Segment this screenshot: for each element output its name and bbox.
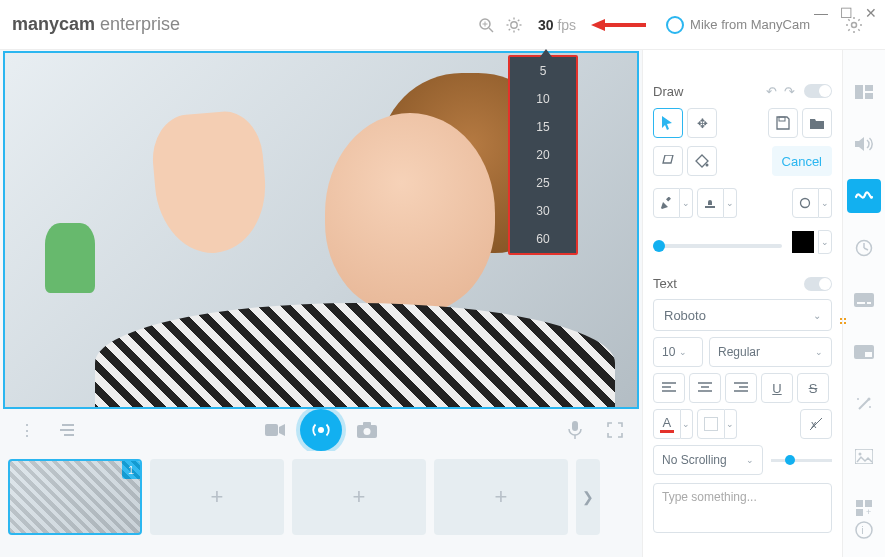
align-left-icon[interactable] — [653, 373, 685, 403]
font-size-select[interactable]: 10⌄ — [653, 337, 703, 367]
pencil-tool[interactable]: ⌄ — [653, 188, 693, 218]
text-placeholder: Type something... — [662, 490, 757, 504]
align-right-icon[interactable] — [725, 373, 757, 403]
stamp-tool[interactable]: ⌄ — [697, 188, 737, 218]
text-toggle[interactable] — [804, 277, 832, 291]
scribble-icon[interactable] — [847, 179, 881, 213]
color-swatch[interactable] — [792, 231, 814, 253]
wand-icon[interactable] — [847, 387, 881, 421]
text-input[interactable]: Type something... — [653, 483, 832, 533]
draw-toggle[interactable] — [804, 84, 832, 98]
microphone-icon[interactable] — [560, 415, 590, 445]
broadcast-button[interactable] — [300, 409, 342, 451]
fill-tool[interactable] — [687, 146, 717, 176]
undo-icon[interactable]: ↶ — [762, 82, 780, 100]
fps-option[interactable]: 10 — [510, 85, 576, 113]
preset-nav-next[interactable]: ❯ — [576, 459, 600, 535]
svg-rect-19 — [265, 424, 278, 436]
svg-point-60 — [869, 406, 871, 408]
open-folder-icon[interactable] — [802, 108, 832, 138]
svg-point-33 — [801, 199, 810, 208]
more-menu-icon[interactable]: ⋮ — [12, 415, 42, 445]
fps-option[interactable]: 20 — [510, 141, 576, 169]
presets-icon[interactable] — [847, 75, 881, 109]
svg-line-10 — [518, 28, 519, 29]
svg-marker-48 — [855, 137, 864, 151]
list-menu-icon[interactable] — [52, 415, 82, 445]
cancel-button[interactable]: Cancel — [772, 146, 832, 176]
svg-line-1 — [489, 28, 493, 32]
size-color-row: ⌄ — [653, 226, 832, 254]
fullscreen-icon[interactable] — [600, 415, 630, 445]
redo-icon[interactable]: ↷ — [780, 82, 798, 100]
clear-format-icon[interactable]: x — [800, 409, 832, 439]
edition-name: enterprise — [100, 14, 180, 34]
draw-tools-row-2: Cancel — [653, 146, 832, 176]
drag-handle-icon[interactable] — [840, 318, 846, 324]
maximize-button[interactable]: ☐ — [840, 5, 853, 21]
shape-tool[interactable]: ⌄ — [792, 188, 832, 218]
text-color-tool[interactable]: A ⌄ — [653, 409, 693, 439]
size-weight-row: 10⌄ Regular⌄ — [653, 337, 832, 367]
help-icon[interactable]: i — [847, 513, 881, 547]
preset-badge: 1 — [122, 461, 140, 479]
fps-unit: fps — [557, 17, 576, 33]
draw-title: Draw — [653, 84, 683, 99]
svg-rect-31 — [666, 197, 671, 201]
video-camera-icon[interactable] — [260, 415, 290, 445]
svg-rect-45 — [855, 85, 863, 99]
minimize-button[interactable]: — — [814, 5, 828, 21]
scrolling-select[interactable]: No Scrolling⌄ — [653, 445, 763, 475]
svg-line-11 — [509, 28, 510, 29]
svg-line-51 — [864, 248, 868, 250]
draw-tools-row-3: ⌄ ⌄ ⌄ — [653, 188, 832, 218]
strikethrough-icon[interactable]: S — [797, 373, 829, 403]
overlay-icon[interactable] — [847, 335, 881, 369]
preset-thumb-add[interactable]: + — [150, 459, 284, 535]
zoom-in-icon[interactable] — [472, 11, 500, 39]
brush-size-slider[interactable] — [653, 244, 782, 248]
align-center-icon[interactable] — [689, 373, 721, 403]
font-select[interactable]: Roboto ⌄ — [653, 299, 832, 331]
subtitle-icon[interactable] — [847, 283, 881, 317]
image-icon[interactable] — [847, 439, 881, 473]
svg-rect-63 — [856, 500, 863, 507]
close-button[interactable]: ✕ — [865, 5, 877, 21]
move-tool[interactable]: ✥ — [687, 108, 717, 138]
svg-rect-25 — [572, 421, 578, 431]
svg-point-67 — [856, 522, 872, 538]
snapshot-camera-icon[interactable] — [352, 415, 382, 445]
preset-thumb-add[interactable]: + — [434, 459, 568, 535]
preset-thumb-add[interactable]: + — [292, 459, 426, 535]
preset-thumb-1[interactable]: 1 — [8, 459, 142, 535]
draw-section-header: Draw ↶ ↷ — [653, 82, 832, 100]
scroll-speed-slider[interactable] — [771, 459, 832, 462]
fps-option[interactable]: 15 — [510, 113, 576, 141]
bg-color-tool[interactable]: ⌄ — [697, 409, 737, 439]
fps-option[interactable]: 30 — [510, 197, 576, 225]
speaker-icon[interactable] — [847, 127, 881, 161]
window-controls: — ☐ ✕ — [814, 5, 877, 21]
eraser-tool[interactable] — [653, 146, 683, 176]
svg-marker-29 — [663, 155, 673, 163]
svg-rect-56 — [865, 352, 872, 357]
color-dropdown[interactable]: ⌄ — [818, 230, 832, 254]
fps-option[interactable]: 25 — [510, 169, 576, 197]
app-logo: manycam enterprise — [12, 14, 180, 35]
fps-selector[interactable]: 30 fps — [538, 17, 576, 33]
font-weight-select[interactable]: Regular⌄ — [709, 337, 832, 367]
fps-dropdown: 5 10 15 20 25 30 60 — [508, 55, 578, 255]
right-sidebar: + i — [842, 50, 885, 557]
fps-option[interactable]: 60 — [510, 225, 576, 253]
text-title: Text — [653, 276, 677, 291]
svg-marker-20 — [279, 424, 285, 436]
brightness-icon[interactable] — [500, 11, 528, 39]
fps-option[interactable]: 5 — [510, 57, 576, 85]
save-icon[interactable] — [768, 108, 798, 138]
scrolling-row: No Scrolling⌄ — [653, 445, 832, 475]
clock-icon[interactable] — [847, 231, 881, 265]
underline-icon[interactable]: U — [761, 373, 793, 403]
svg-marker-14 — [591, 19, 605, 31]
user-area[interactable]: Mike from ManyCam — [666, 16, 810, 34]
pointer-tool[interactable] — [653, 108, 683, 138]
